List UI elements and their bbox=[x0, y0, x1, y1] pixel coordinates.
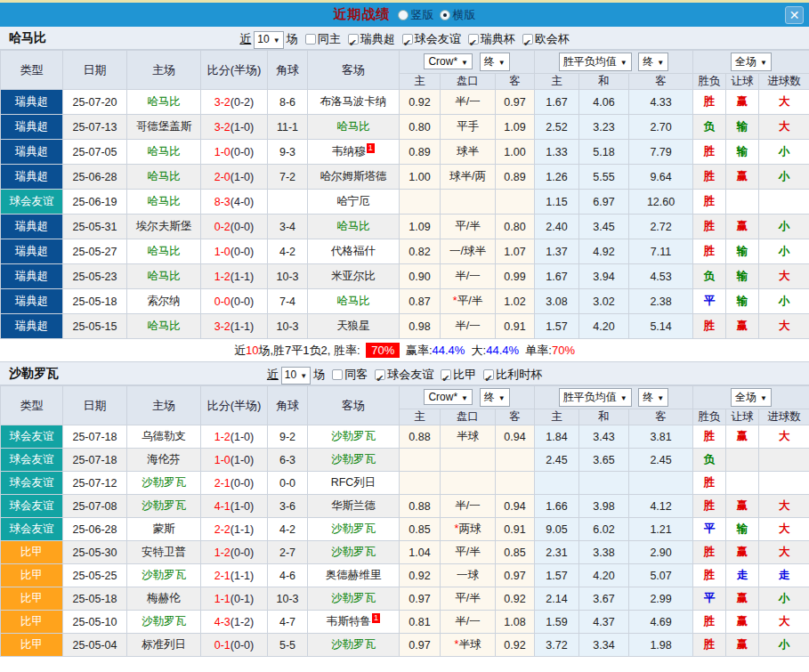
odds-away-cell: 1.07 bbox=[496, 239, 535, 264]
league-cell: 球会友谊 bbox=[1, 495, 63, 518]
corner-cell: 4-7 bbox=[268, 611, 308, 634]
near-link[interactable]: 近 bbox=[267, 368, 279, 381]
odds-away-cell: 1.09 bbox=[496, 115, 535, 140]
league-checkbox[interactable] bbox=[375, 369, 385, 380]
away-team-cell: 代格福什 bbox=[308, 239, 400, 264]
home-team-cell: 梅赫伦 bbox=[127, 587, 201, 611]
filter-bar: 近10▼场同主瑞典超球会友谊瑞典杯欧会杯 bbox=[239, 28, 569, 50]
handicap-cell: 一/球半 bbox=[441, 239, 496, 264]
league-cell: 瑞典超 bbox=[1, 314, 63, 339]
corner-cell: 4-2 bbox=[268, 239, 308, 264]
match-count-select[interactable]: 10▼ bbox=[281, 367, 311, 385]
chevron-down-icon: ▼ bbox=[760, 59, 767, 67]
league-cell: 比甲 bbox=[1, 634, 63, 657]
avg-away-cell: 2.99 bbox=[629, 587, 693, 611]
near-link[interactable]: 近 bbox=[239, 32, 251, 45]
result-wdl-cell: 胜 bbox=[693, 165, 726, 190]
avg-draw-cell: 3.34 bbox=[579, 634, 629, 657]
match-row: 比甲25-05-25沙勒罗瓦2-1(1-1)4-6奥德赫维里0.92一球0.97… bbox=[1, 564, 809, 587]
horizontal-layout-radio[interactable] bbox=[440, 10, 450, 20]
match-row: 瑞典超25-05-18索尔纳0-0(0-0)7-4哈马比0.87*平/半1.02… bbox=[1, 289, 809, 314]
handicap-star: * bbox=[453, 295, 457, 307]
away-team-cell: 华斯兰德 bbox=[308, 495, 400, 518]
final-odds-select[interactable]: 终▼ bbox=[480, 53, 510, 71]
score-cell: 4-1(1-0) bbox=[201, 495, 268, 518]
result-handicap-cell: 输 bbox=[726, 239, 759, 264]
team-name: 沙勒罗瓦 bbox=[9, 362, 59, 385]
match-row: 瑞典超25-07-20哈马比3-2(0-2)8-6布洛马波卡纳0.92半/一0.… bbox=[1, 90, 809, 115]
home-team-cell: 乌德勒支 bbox=[127, 425, 201, 449]
away-team-cell: 沙勒罗瓦 bbox=[308, 425, 400, 449]
close-icon[interactable]: ✕ bbox=[785, 6, 804, 24]
fulltime-select[interactable]: 全场▼ bbox=[731, 53, 772, 71]
odds-home-cell: 0.97 bbox=[400, 587, 441, 611]
league-checkbox[interactable] bbox=[468, 34, 479, 45]
league-checkbox[interactable] bbox=[441, 369, 451, 380]
date-cell: 25-06-19 bbox=[63, 190, 127, 215]
away-team-cell: 韦纳穆1 bbox=[308, 140, 400, 165]
match-count-select[interactable]: 10▼ bbox=[254, 31, 283, 49]
vertical-layout-radio[interactable] bbox=[398, 10, 409, 20]
chevron-down-icon: ▼ bbox=[620, 59, 627, 67]
avg-odds-select[interactable]: 胜平负均值▼ bbox=[559, 388, 632, 407]
league-checkbox[interactable] bbox=[348, 34, 359, 45]
bookmaker-select[interactable]: Crow*▼ bbox=[424, 53, 473, 69]
odds-home-cell: 0.80 bbox=[400, 115, 441, 140]
avg-odds-select[interactable]: 胜平负均值▼ bbox=[559, 53, 632, 71]
score-cell: 8-3(4-0) bbox=[201, 190, 268, 215]
avg-home-cell: 2.52 bbox=[535, 115, 579, 140]
avg-home-cell: 1.67 bbox=[535, 264, 579, 289]
league-checkbox[interactable] bbox=[402, 34, 413, 45]
odds-away-cell: 0.99 bbox=[496, 264, 535, 289]
away-team-cell: 哈马比 bbox=[308, 215, 400, 239]
final-odds-select[interactable]: 终▼ bbox=[480, 388, 510, 407]
odds-away-cell bbox=[496, 449, 535, 472]
odds-away-cell: 0.91 bbox=[496, 314, 535, 339]
odds-away-cell: 0.94 bbox=[496, 425, 535, 449]
result-goals-cell: 大 bbox=[759, 611, 809, 634]
avg-away-cell: 2.70 bbox=[629, 115, 693, 140]
result-handicap-cell: 赢 bbox=[726, 634, 759, 657]
date-cell: 25-05-15 bbox=[63, 314, 127, 339]
match-row: 球会友谊25-07-18海伦芬1-0(1-0)6-3沙勒罗瓦2.453.652.… bbox=[1, 449, 809, 472]
same-venue-checkbox[interactable] bbox=[332, 369, 343, 380]
league-checkbox[interactable] bbox=[522, 34, 533, 45]
fulltime-select[interactable]: 全场▼ bbox=[731, 388, 772, 407]
vertical-layout-label: 竖版 bbox=[411, 7, 434, 23]
score-cell: 1-2(1-1) bbox=[201, 264, 268, 289]
avg-away-cell: 2.45 bbox=[629, 449, 693, 472]
odds-away-cell: 0.97 bbox=[496, 564, 535, 587]
corner-cell: 2-7 bbox=[268, 541, 308, 564]
match-row: 比甲25-05-30安特卫普1-2(0-0)2-7沙勒罗瓦1.04平/半0.85… bbox=[1, 541, 809, 564]
final-avg-select[interactable]: 终▼ bbox=[638, 53, 668, 71]
handicap-cell: 球半 bbox=[441, 140, 496, 165]
score-cell: 2-0(1-0) bbox=[201, 165, 268, 190]
handicap-cell: 平/半 bbox=[441, 541, 496, 564]
handicap-cell: 半/一 bbox=[441, 495, 496, 518]
corner-cell: 7-2 bbox=[268, 165, 308, 190]
col-date: 日期 bbox=[63, 386, 127, 425]
avg-away-cell: 4.12 bbox=[629, 495, 693, 518]
layout-radio-group: 竖版 横版 bbox=[392, 7, 476, 23]
away-team-cell: 沙勒罗瓦 bbox=[308, 634, 400, 657]
matches-table-charleroi: 类型 日期 主场 比分(半场) 角球 客场 Crow*▼ 终▼ 胜平负均值▼ 终… bbox=[0, 385, 809, 657]
final-avg-select[interactable]: 终▼ bbox=[638, 388, 668, 407]
result-handicap-cell: 输 bbox=[726, 140, 759, 165]
league-cell: 瑞典超 bbox=[1, 264, 63, 289]
bookmaker-select[interactable]: Crow*▼ bbox=[424, 389, 473, 405]
date-cell: 25-06-28 bbox=[63, 165, 127, 190]
result-handicap-cell: 赢 bbox=[726, 90, 759, 115]
result-handicap-cell bbox=[726, 472, 759, 495]
avg-home-cell: 3.72 bbox=[535, 634, 579, 657]
league-cell: 比甲 bbox=[1, 587, 63, 611]
avg-home-cell: 1.26 bbox=[535, 165, 579, 190]
league-checkbox[interactable] bbox=[483, 369, 494, 380]
same-venue-checkbox[interactable] bbox=[305, 34, 316, 45]
corner-cell: 4-6 bbox=[268, 564, 308, 587]
odds-home-cell: 0.90 bbox=[400, 264, 441, 289]
score-cell: 1-2(0-0) bbox=[201, 541, 268, 564]
match-row: 瑞典超25-05-31埃尔夫斯堡0-2(0-0)3-4哈马比1.09平/半0.8… bbox=[1, 215, 809, 239]
result-handicap-cell: 赢 bbox=[726, 587, 759, 611]
match-row: 瑞典超25-05-23哈马比1-2(1-1)10-3米亚尔比0.90半/一0.9… bbox=[1, 264, 809, 289]
league-label: 比利时杯 bbox=[496, 368, 542, 381]
